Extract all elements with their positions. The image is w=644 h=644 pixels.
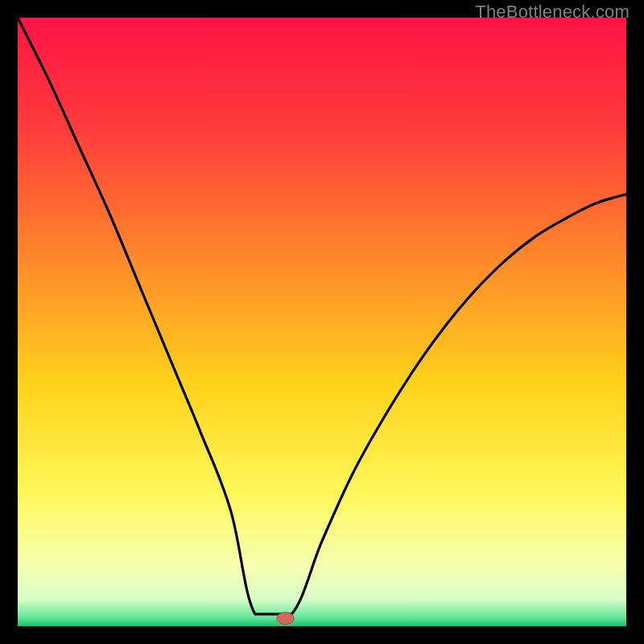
chart-frame: TheBottleneck.com — [0, 0, 644, 644]
watermark-text: TheBottleneck.com — [475, 2, 630, 23]
optimal-point-marker — [277, 613, 294, 625]
plot-area — [18, 18, 626, 626]
bottleneck-chart — [18, 18, 626, 626]
gradient-background — [18, 18, 626, 626]
